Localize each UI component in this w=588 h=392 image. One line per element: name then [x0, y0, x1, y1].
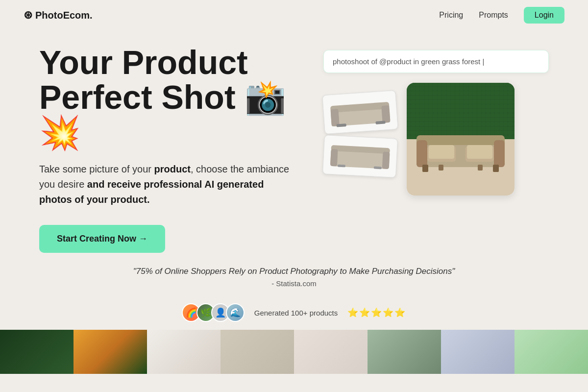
sofa-svg-2 [327, 139, 392, 174]
sofa-thumb-2 [322, 135, 398, 178]
strip-photo-8 [514, 330, 588, 374]
navbar: ⊛ PhotoEcom. Pricing Prompts Login [0, 0, 588, 30]
sofa-floor [407, 139, 514, 196]
quote-text: "75% of Online Shoppers Rely on Product … [39, 267, 549, 276]
avatars: 🌈 🌿 👤 🌊 [182, 303, 245, 322]
svg-rect-11 [374, 166, 382, 169]
nav-links: Pricing Prompts Login [439, 7, 564, 24]
sofa-thumbnails [323, 93, 397, 176]
hero-title: Your Product Perfect Shot 📸💥 [39, 45, 294, 150]
logo[interactable]: ⊛ PhotoEcom. [24, 9, 93, 22]
prompt-display[interactable]: photoshoot of @product in green grass fo… [323, 50, 549, 73]
svg-rect-9 [382, 151, 390, 169]
photos-strip [0, 330, 588, 374]
cta-button[interactable]: Start Creating Now → [39, 225, 165, 253]
strip-photo-3 [147, 330, 220, 374]
strip-photo-6 [368, 330, 441, 374]
sofa-floor-svg [412, 125, 510, 174]
avatar-4: 🌊 [226, 303, 245, 322]
hero-title-line1: Your Product [39, 44, 248, 81]
svg-rect-23 [478, 165, 483, 171]
hero-title-line2: Perfect Shot 📸💥 [39, 78, 286, 150]
quote-source: - Statista.com [39, 279, 549, 288]
svg-rect-21 [493, 165, 499, 172]
sofa-svg-1 [327, 94, 393, 130]
svg-rect-22 [439, 165, 443, 171]
login-button[interactable]: Login [524, 7, 564, 24]
svg-rect-2 [330, 109, 339, 126]
hero-right: photoshoot of @product in green grass fo… [323, 45, 549, 196]
social-proof: 🌈 🌿 👤 🌊 Generated 100+ products ⭐⭐⭐⭐⭐ [0, 297, 588, 330]
svg-rect-8 [330, 148, 338, 166]
svg-rect-19 [467, 145, 492, 159]
strip-photo-5 [294, 330, 368, 374]
strip-photo-7 [441, 330, 514, 374]
svg-rect-14 [416, 140, 427, 167]
bold-receive: and receive professional AI generated ph… [39, 179, 264, 205]
logo-icon: ⊛ [24, 9, 32, 22]
prompts-link[interactable]: Prompts [479, 11, 508, 20]
svg-rect-10 [338, 164, 345, 167]
quote-section: "75% of Online Shoppers Rely on Product … [0, 253, 588, 297]
star-rating: ⭐⭐⭐⭐⭐ [347, 307, 406, 318]
strip-photo-4 [220, 330, 294, 374]
svg-rect-13 [416, 135, 505, 145]
hero-section: Your Product Perfect Shot 📸💥 Take some p… [0, 30, 588, 253]
sofa-main-image [407, 83, 514, 196]
svg-rect-3 [381, 105, 390, 122]
svg-rect-18 [429, 145, 454, 159]
hero-left: Your Product Perfect Shot 📸💥 Take some p… [39, 45, 294, 253]
generated-count: Generated 100+ products [254, 309, 338, 317]
svg-rect-20 [422, 165, 428, 172]
strip-photo-1 [0, 330, 74, 374]
logo-text: PhotoEcom. [35, 10, 93, 21]
hero-description: Take some picture of your product, choos… [39, 162, 294, 207]
pricing-link[interactable]: Pricing [439, 11, 463, 20]
svg-rect-15 [494, 140, 505, 167]
strip-photo-2 [74, 330, 147, 374]
sofa-thumb-1 [322, 90, 398, 134]
images-demo [323, 83, 549, 196]
bold-product: product [154, 164, 191, 174]
